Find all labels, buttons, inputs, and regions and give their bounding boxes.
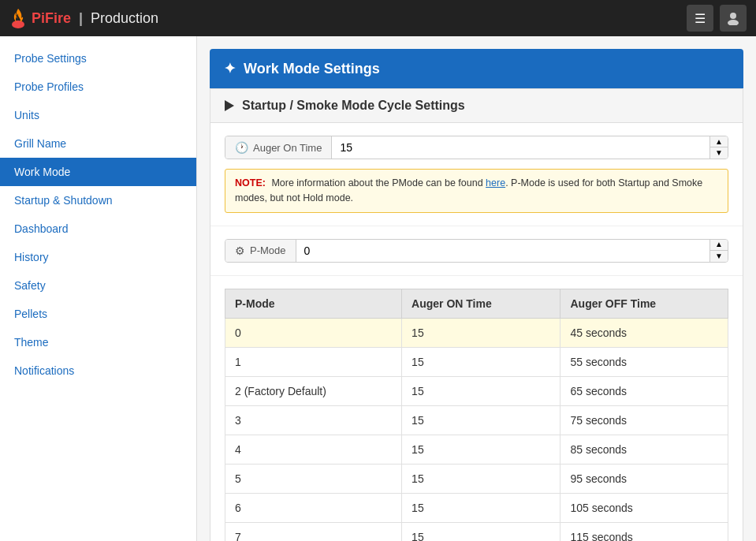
sidebar-item-history[interactable]: History [0,243,196,271]
cell-auger_on-1: 15 [402,347,560,376]
p-mode-label: ⚙ P-Mode [225,240,296,262]
brand: PiFire | Production [9,7,158,29]
production-label: Production [91,10,158,27]
cell-p_mode-1: 1 [225,347,402,376]
cell-auger_off-0: 45 seconds [560,318,728,347]
cell-auger_off-6: 105 seconds [560,493,728,522]
cell-auger_off-1: 55 seconds [560,347,728,376]
main-content: ✦ Work Mode Settings Startup / Smoke Mod… [197,36,756,541]
sidebar-item-work-mode[interactable]: Work Mode [0,158,196,186]
table-row: 31575 seconds [225,405,728,435]
table-row: 715115 seconds [225,522,728,541]
sidebar-item-pellets[interactable]: Pellets [0,300,196,328]
sidebar-item-probe-profiles[interactable]: Probe Profiles [0,73,196,101]
cell-p_mode-6: 6 [225,493,402,522]
navbar: PiFire | Production ☰ [0,0,756,36]
gear-icon: ⚙ [235,244,245,257]
sidebar-item-probe-settings[interactable]: Probe Settings [0,44,196,73]
cell-auger_off-7: 115 seconds [560,522,728,541]
col-header-pmode: P-Mode [225,289,402,318]
sidebar-item-startup-shutdown[interactable]: Startup & Shutdown [0,186,196,215]
table-body: 01545 seconds11555 seconds2 (Factory Def… [225,318,728,541]
cell-auger_on-3: 15 [402,405,560,435]
sidebar-item-dashboard[interactable]: Dashboard [0,215,196,243]
cell-auger_on-7: 15 [402,522,560,541]
col-header-auger-on: Auger ON Time [402,289,560,318]
auger-on-time-up-button[interactable]: ▲ [710,136,728,147]
sidebar-item-notifications[interactable]: Notifications [0,356,196,385]
user-button[interactable] [720,5,747,32]
svg-point-0 [12,21,24,28]
sidebar-item-safety[interactable]: Safety [0,271,196,300]
table-header-row: P-Mode Auger ON Time Auger OFF Time [225,289,728,318]
col-header-auger-off: Auger OFF Time [560,289,728,318]
p-mode-section: ⚙ P-Mode ▲ ▼ [210,226,743,276]
note-text: More information about the PMode can be … [271,177,482,188]
navbar-right: ☰ [687,5,747,32]
cell-auger_off-4: 85 seconds [560,435,728,464]
menu-button[interactable]: ☰ [687,5,713,32]
note-box: NOTE: More information about the PMode c… [225,169,728,213]
cell-auger_on-2: 15 [402,376,560,405]
auger-on-time-group: 🕐 Auger On Time ▲ ▼ [225,136,728,159]
cell-p_mode-2: 2 (Factory Default) [225,376,402,405]
svg-point-1 [730,13,736,19]
play-icon [225,100,234,111]
cell-p_mode-5: 5 [225,464,402,493]
cell-auger_on-0: 15 [402,318,560,347]
layout: Probe Settings Probe Profiles Units Gril… [0,36,756,541]
page-header: ✦ Work Mode Settings [210,49,743,88]
section-header: Startup / Smoke Mode Cycle Settings [210,89,743,123]
p-mode-input[interactable] [296,240,710,262]
table-row: 41585 seconds [225,435,728,464]
sidebar-item-theme[interactable]: Theme [0,328,196,356]
user-icon [726,11,740,25]
wrench-icon: ✦ [224,60,236,77]
brand-separator: | [79,10,83,27]
p-mode-down-button[interactable]: ▼ [710,251,728,262]
table-row: 01545 seconds [225,318,728,347]
table-row: 51595 seconds [225,464,728,493]
cell-auger_off-2: 65 seconds [560,376,728,405]
table-row: 615105 seconds [225,493,728,522]
p-mode-table: P-Mode Auger ON Time Auger OFF Time 0154… [225,289,728,542]
auger-on-time-label: 🕐 Auger On Time [225,136,332,159]
note-label: NOTE: [235,177,266,188]
sidebar-item-grill-name[interactable]: Grill Name [0,129,196,158]
sidebar: Probe Settings Probe Profiles Units Gril… [0,36,197,541]
clock-icon: 🕐 [235,141,248,154]
cell-auger_off-3: 75 seconds [560,405,728,435]
cell-auger_off-5: 95 seconds [560,464,728,493]
auger-on-time-down-button[interactable]: ▼ [710,147,728,159]
auger-on-time-section: 🕐 Auger On Time ▲ ▼ NOTE: More informati… [210,123,743,226]
table-row: 2 (Factory Default)1565 seconds [225,376,728,405]
cell-p_mode-0: 0 [225,318,402,347]
pi-text: PiFire [32,10,71,27]
section-title: Startup / Smoke Mode Cycle Settings [242,99,465,113]
settings-panel: Startup / Smoke Mode Cycle Settings 🕐 Au… [210,88,743,541]
p-mode-spinner: ▲ ▼ [709,240,728,262]
note-link[interactable]: here [486,177,505,188]
auger-on-time-spinner: ▲ ▼ [709,136,728,159]
svg-point-2 [728,20,739,25]
table-section: P-Mode Auger ON Time Auger OFF Time 0154… [210,276,743,542]
cell-p_mode-3: 3 [225,405,402,435]
cell-auger_on-4: 15 [402,435,560,464]
p-mode-up-button[interactable]: ▲ [710,240,728,251]
cell-auger_on-6: 15 [402,493,560,522]
flame-icon [9,7,27,29]
sidebar-item-units[interactable]: Units [0,101,196,129]
auger-on-time-input[interactable] [332,136,709,159]
table-row: 11555 seconds [225,347,728,376]
cell-p_mode-7: 7 [225,522,402,541]
p-mode-group: ⚙ P-Mode ▲ ▼ [225,239,728,263]
page-title: Work Mode Settings [244,61,380,77]
cell-auger_on-5: 15 [402,464,560,493]
cell-p_mode-4: 4 [225,435,402,464]
